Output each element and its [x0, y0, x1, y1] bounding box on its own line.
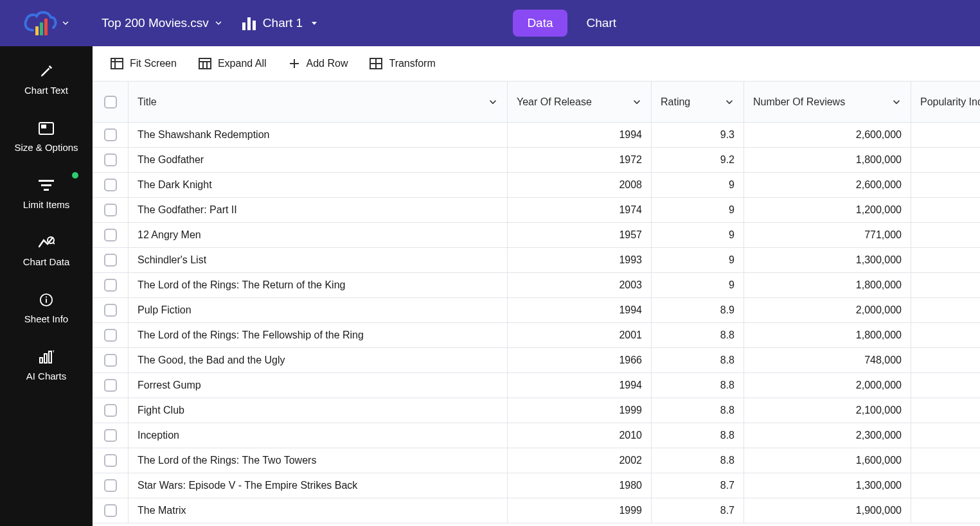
cell-reviews[interactable]: 2,300,000 [744, 423, 911, 448]
cell-rating[interactable]: 8.8 [652, 348, 744, 373]
cell-title[interactable]: Forrest Gump [129, 373, 508, 398]
cell-rating[interactable]: 8.9 [652, 298, 744, 323]
cell-title[interactable]: Schindler's List [129, 248, 508, 273]
row-select-cell[interactable] [93, 448, 129, 473]
cell-pop[interactable]: 584 [911, 348, 980, 373]
checkbox-icon[interactable] [104, 379, 117, 392]
row-select-cell[interactable] [93, 423, 129, 448]
file-selector[interactable]: Top 200 Movies.csv [102, 16, 223, 30]
cell-reviews[interactable]: 2,000,000 [744, 298, 911, 323]
cell-title[interactable]: The Good, the Bad and the Ugly [129, 348, 508, 373]
sidebar-item-chart-text[interactable]: Chart Text [0, 55, 93, 107]
cell-reviews[interactable]: 1,900,000 [744, 498, 911, 523]
cell-title[interactable]: Fight Club [129, 398, 508, 423]
cell-year[interactable]: 2008 [508, 173, 652, 198]
row-select-cell[interactable] [93, 323, 129, 348]
cell-rating[interactable]: 9 [652, 273, 744, 298]
expand-all-button[interactable]: Expand All [199, 58, 267, 69]
transform-button[interactable]: Transform [370, 58, 435, 69]
cell-title[interactable]: The Godfather: Part II [129, 198, 508, 223]
row-select-cell[interactable] [93, 198, 129, 223]
column-header-rating[interactable]: Rating [652, 82, 744, 123]
cell-year[interactable]: 1966 [508, 348, 652, 373]
cell-year[interactable]: 1994 [508, 373, 652, 398]
checkbox-icon[interactable] [104, 96, 117, 109]
cell-pop[interactable]: 156 [911, 323, 980, 348]
row-select-cell[interactable] [93, 348, 129, 373]
cell-rating[interactable]: 8.8 [652, 323, 744, 348]
checkbox-icon[interactable] [104, 229, 117, 241]
checkbox-icon[interactable] [104, 479, 117, 492]
cell-pop[interactable]: 17 [911, 148, 980, 173]
cell-year[interactable]: 1999 [508, 498, 652, 523]
row-select-cell[interactable] [93, 248, 129, 273]
chart-tab-button[interactable]: Chart [583, 15, 620, 31]
cell-title[interactable]: Star Wars: Episode V - The Empire Strike… [129, 473, 508, 498]
cell-title[interactable]: The Lord of the Rings: The Return of the… [129, 273, 508, 298]
cell-reviews[interactable]: 2,600,000 [744, 123, 911, 148]
row-select-cell[interactable] [93, 223, 129, 248]
cell-year[interactable]: 1994 [508, 123, 652, 148]
cell-year[interactable]: 1972 [508, 148, 652, 173]
cell-year[interactable]: 2002 [508, 448, 652, 473]
cell-pop[interactable]: 293 [911, 473, 980, 498]
cell-pop[interactable]: 177 [911, 398, 980, 423]
checkbox-icon[interactable] [104, 429, 117, 442]
sidebar-item-limit-items[interactable]: Limit Items [0, 170, 93, 222]
cell-title[interactable]: 12 Angry Men [129, 223, 508, 248]
row-select-cell[interactable] [93, 173, 129, 198]
cell-year[interactable]: 1974 [508, 198, 652, 223]
cell-pop[interactable]: 102 [911, 198, 980, 223]
cell-rating[interactable]: 8.7 [652, 473, 744, 498]
cell-rating[interactable]: 8.8 [652, 448, 744, 473]
sidebar-item-ai-charts[interactable]: + AI Charts [0, 341, 93, 393]
cell-title[interactable]: The Lord of the Rings: The Fellowship of… [129, 323, 508, 348]
cell-rating[interactable]: 9.3 [652, 123, 744, 148]
column-header-title[interactable]: Title [129, 82, 508, 123]
checkbox-icon[interactable] [104, 304, 117, 317]
row-select-cell[interactable] [93, 398, 129, 423]
cell-rating[interactable]: 9 [652, 173, 744, 198]
cell-reviews[interactable]: 1,800,000 [744, 273, 911, 298]
cell-reviews[interactable]: 748,000 [744, 348, 911, 373]
checkbox-icon[interactable] [104, 329, 117, 342]
cell-reviews[interactable]: 1,800,000 [744, 148, 911, 173]
fit-screen-button[interactable]: Fit Screen [111, 58, 177, 69]
data-tab-button[interactable]: Data [513, 10, 567, 37]
cell-title[interactable]: The Godfather [129, 148, 508, 173]
sidebar-item-sheet-info[interactable]: Sheet Info [0, 284, 93, 336]
cell-rating[interactable]: 8.7 [652, 498, 744, 523]
cell-title[interactable]: The Dark Knight [129, 173, 508, 198]
cell-rating[interactable]: 9 [652, 198, 744, 223]
column-header-pop[interactable]: Popularity Index [911, 82, 980, 123]
cell-year[interactable]: 1993 [508, 248, 652, 273]
cell-reviews[interactable]: 1,600,000 [744, 448, 911, 473]
cell-rating[interactable]: 9.2 [652, 148, 744, 173]
cell-rating[interactable]: 8.8 [652, 423, 744, 448]
add-row-button[interactable]: Add Row [289, 58, 348, 69]
sidebar-item-chart-data[interactable]: Chart Data [0, 227, 93, 279]
row-select-cell[interactable] [93, 273, 129, 298]
cell-pop[interactable]: 245 [911, 248, 980, 273]
checkbox-icon[interactable] [104, 204, 117, 216]
cell-pop[interactable]: 66 [911, 123, 980, 148]
logo[interactable] [0, 0, 93, 46]
checkbox-icon[interactable] [104, 454, 117, 467]
cell-year[interactable]: 1999 [508, 398, 652, 423]
cell-title[interactable]: The Lord of the Rings: The Two Towers [129, 448, 508, 473]
cell-year[interactable]: 1980 [508, 473, 652, 498]
cell-title[interactable]: Inception [129, 423, 508, 448]
checkbox-icon[interactable] [104, 254, 117, 267]
row-select-cell[interactable] [93, 148, 129, 173]
cell-rating[interactable]: 9 [652, 248, 744, 273]
checkbox-icon[interactable] [104, 354, 117, 367]
cell-pop[interactable]: 91 [911, 173, 980, 198]
cell-title[interactable]: Pulp Fiction [129, 298, 508, 323]
cell-pop[interactable]: 446 [911, 223, 980, 248]
column-header-year[interactable]: Year Of Release [508, 82, 652, 123]
cell-year[interactable]: 1994 [508, 298, 652, 323]
row-select-cell[interactable] [93, 298, 129, 323]
checkbox-icon[interactable] [104, 153, 117, 166]
cell-reviews[interactable]: 2,600,000 [744, 173, 911, 198]
cell-pop[interactable]: 128 [911, 298, 980, 323]
